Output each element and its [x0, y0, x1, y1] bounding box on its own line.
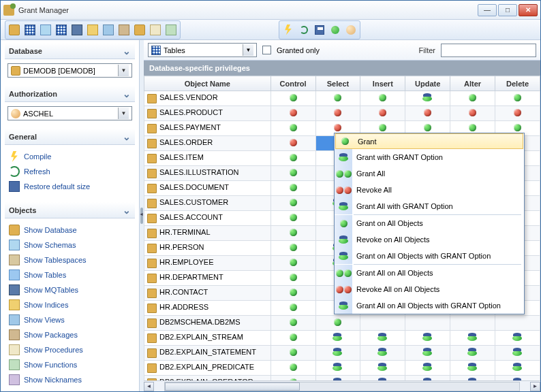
tb-btn-4[interactable]: [54, 22, 69, 37]
objects-header[interactable]: Objects ⌄: [5, 202, 135, 218]
column-header-update[interactable]: Update: [405, 76, 450, 91]
privilege-cell[interactable]: [270, 271, 315, 286]
general-link-restore-default-size[interactable]: Restore default size: [7, 179, 132, 194]
privilege-cell[interactable]: [270, 241, 315, 256]
privilege-cell[interactable]: [450, 316, 495, 331]
scroll-left-button[interactable]: ◄: [144, 382, 154, 391]
tb-db-icon[interactable]: [7, 22, 22, 37]
privilege-cell[interactable]: [495, 331, 540, 346]
tb-btn-6[interactable]: [85, 22, 100, 37]
object-name-cell[interactable]: DB2.EXPLAIN_STATEMENT: [144, 346, 271, 361]
privilege-cell[interactable]: [270, 181, 315, 196]
tb-refresh-icon[interactable]: [296, 22, 311, 37]
object-type-select[interactable]: Tables ▼: [148, 43, 257, 57]
privilege-cell[interactable]: [450, 376, 495, 381]
privilege-cell[interactable]: [270, 106, 315, 121]
minimize-button[interactable]: —: [478, 4, 497, 16]
privilege-cell[interactable]: [405, 346, 450, 361]
objects-link-show-functions[interactable]: Show Functions: [7, 357, 132, 372]
tb-compile-icon[interactable]: [281, 22, 296, 37]
tb-grant-icon[interactable]: [328, 22, 343, 37]
column-header-insert[interactable]: Insert: [360, 76, 405, 91]
privilege-cell[interactable]: [405, 361, 450, 376]
privilege-cell[interactable]: [315, 361, 360, 376]
privilege-cell[interactable]: [450, 346, 495, 361]
menu-item-grant-all-with-grant-option[interactable]: Grant All with GRANT Option: [335, 198, 524, 214]
database-header[interactable]: Database ⌄: [5, 43, 135, 59]
tb-btn-7[interactable]: [101, 22, 116, 37]
menu-item-grant[interactable]: Grant: [335, 133, 523, 149]
privilege-cell[interactable]: [270, 256, 315, 271]
menu-item-revoke-all-on-all-objects[interactable]: Revoke All on All Objects: [335, 281, 524, 297]
objects-link-show-tablespaces[interactable]: Show Tablespaces: [7, 252, 132, 267]
privilege-cell[interactable]: [270, 226, 315, 241]
privilege-cell[interactable]: [315, 316, 360, 331]
objects-link-show-tables[interactable]: Show Tables: [7, 267, 132, 282]
column-header-select[interactable]: Select: [315, 76, 360, 91]
menu-item-revoke-all[interactable]: Revoke All: [335, 182, 524, 198]
object-name-cell[interactable]: HR.EMPLOYEE: [144, 256, 271, 271]
menu-item-grant-all-on-all-objects[interactable]: Grant All on All Objects: [335, 265, 524, 281]
authorization-header[interactable]: Authorization ⌄: [5, 86, 135, 102]
table-row[interactable]: DB2.EXPLAIN_STREAM: [144, 331, 540, 346]
objects-link-show-views[interactable]: Show Views: [7, 312, 132, 327]
privilege-cell[interactable]: [270, 376, 315, 381]
column-header-alter[interactable]: Alter: [450, 76, 495, 91]
tb-save-icon[interactable]: [312, 22, 327, 37]
privilege-cell[interactable]: [315, 91, 360, 106]
object-name-cell[interactable]: HR.CONTACT: [144, 286, 271, 301]
object-name-cell[interactable]: DB2.EXPLAIN_OPERATOR: [144, 376, 271, 381]
privilege-cell[interactable]: [270, 151, 315, 166]
privilege-cell[interactable]: [270, 196, 315, 211]
table-row[interactable]: DB2.EXPLAIN_STATEMENT: [144, 346, 540, 361]
menu-item-grant-on-all-objects-with-grant-option[interactable]: Grant on All Objects with GRANT Option: [335, 248, 524, 264]
tb-btn-9[interactable]: [132, 22, 147, 37]
object-name-cell[interactable]: HR.TERMINAL: [144, 226, 271, 241]
privilege-cell[interactable]: [450, 331, 495, 346]
tb-btn-3[interactable]: [38, 22, 53, 37]
scrollbar-track[interactable]: [164, 382, 520, 391]
authorization-select[interactable]: ASCHEL ▼: [7, 106, 132, 120]
menu-item-grant-with-grant-option[interactable]: Grant with GRANT Option: [335, 149, 524, 165]
column-header-object-name[interactable]: Object Name: [144, 76, 271, 91]
privilege-cell[interactable]: [450, 106, 495, 121]
privilege-cell[interactable]: [495, 91, 540, 106]
privilege-cell[interactable]: [315, 106, 360, 121]
table-row[interactable]: SALES.PRODUCT: [144, 106, 540, 121]
privilege-cell[interactable]: [495, 106, 540, 121]
objects-link-show-indices[interactable]: Show Indices: [7, 297, 132, 312]
table-row[interactable]: DB2MSCHEMA.DB2MS: [144, 316, 540, 331]
privilege-cell[interactable]: [495, 361, 540, 376]
privilege-cell[interactable]: [270, 286, 315, 301]
object-name-cell[interactable]: SALES.ILLUSTRATION: [144, 166, 271, 181]
tb-btn-10[interactable]: [148, 22, 163, 37]
menu-item-revoke-on-all-objects[interactable]: Revoke on All Objects: [335, 231, 524, 248]
privilege-cell[interactable]: [405, 106, 450, 121]
close-button[interactable]: ✕: [519, 4, 538, 16]
objects-link-show-mqtables[interactable]: Show MQTables: [7, 282, 132, 297]
tb-btn-8[interactable]: [117, 22, 132, 37]
object-name-cell[interactable]: SALES.PRODUCT: [144, 106, 271, 121]
privilege-cell[interactable]: [360, 346, 405, 361]
privilege-cell[interactable]: [360, 361, 405, 376]
table-row[interactable]: SALES.VENDOR: [144, 91, 540, 106]
privilege-cell[interactable]: [270, 331, 315, 346]
database-select[interactable]: DEMODB [DEMODB] ▼: [7, 63, 132, 78]
object-name-cell[interactable]: SALES.ITEM: [144, 151, 271, 166]
privilege-cell[interactable]: [405, 331, 450, 346]
granted-only-checkbox[interactable]: [262, 46, 271, 54]
object-name-cell[interactable]: DB2.EXPLAIN_STREAM: [144, 331, 271, 346]
menu-item-grant-all-on-all-objects-with-grant-option[interactable]: Grant All on All Objects with GRANT Opti…: [335, 297, 524, 314]
tb-user-icon[interactable]: [343, 22, 358, 37]
tb-grid-icon[interactable]: [22, 22, 37, 37]
objects-link-show-schemas[interactable]: Show Schemas: [7, 238, 132, 252]
maximize-button[interactable]: □: [498, 4, 517, 16]
objects-link-show-procedures[interactable]: Show Procedures: [7, 342, 132, 357]
privilege-cell[interactable]: [270, 346, 315, 361]
column-header-control[interactable]: Control: [270, 76, 315, 91]
privilege-cell[interactable]: [315, 346, 360, 361]
object-name-cell[interactable]: SALES.DOCUMENT: [144, 181, 271, 196]
objects-link-show-database[interactable]: Show Database: [7, 223, 132, 238]
privilege-cell[interactable]: [270, 136, 315, 151]
object-name-cell[interactable]: DB2MSCHEMA.DB2MS: [144, 316, 271, 331]
